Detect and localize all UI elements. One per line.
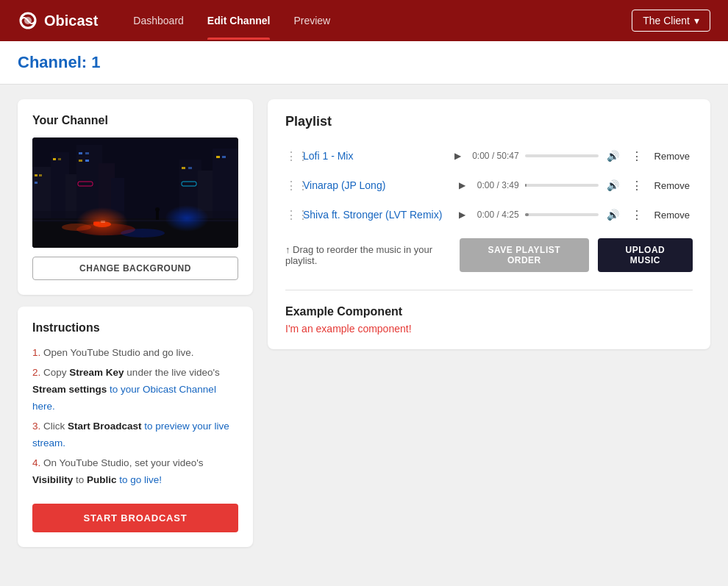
svg-rect-18 bbox=[85, 152, 89, 154]
svg-point-39 bbox=[155, 207, 160, 212]
drag-hint-text: ↑ Drag to reorder the music in your play… bbox=[285, 244, 460, 266]
example-component-text: I'm an example component! bbox=[285, 323, 693, 335]
svg-rect-23 bbox=[216, 156, 220, 158]
left-panel: Your Channel bbox=[18, 99, 253, 547]
playlist-item: ⋮⋮ Lofi 1 - Mix ▶ 0:00 / 50:47 🔊 ⋮ Remov… bbox=[285, 141, 693, 171]
volume-button[interactable]: 🔊 bbox=[604, 206, 622, 224]
svg-point-36 bbox=[76, 207, 128, 237]
upload-music-button[interactable]: UPLOAD MUSIC bbox=[598, 238, 693, 272]
nav-dashboard[interactable]: Dashboard bbox=[133, 1, 184, 40]
remove-button[interactable]: Remove bbox=[652, 151, 693, 162]
more-options-button[interactable]: ⋮ bbox=[628, 176, 646, 194]
playlist-footer: ↑ Drag to reorder the music in your play… bbox=[285, 232, 693, 275]
instruction-step-3: 3. Click Start Broadcast to preview your… bbox=[32, 418, 238, 452]
drag-handle-icon[interactable]: ⋮⋮ bbox=[285, 149, 297, 163]
playlist-item: ⋮⋮ Vinarap (JP Long) ▶ 0:00 / 3:49 🔊 ⋮ R… bbox=[285, 171, 693, 200]
nav-preview[interactable]: Preview bbox=[293, 1, 330, 40]
svg-rect-38 bbox=[156, 211, 159, 220]
your-channel-title: Your Channel bbox=[32, 114, 238, 127]
instructions-list: 1. Open YouTube Studio and go live. 2. C… bbox=[32, 345, 238, 489]
track-name: Lofi 1 - Mix bbox=[303, 150, 443, 162]
logo-icon bbox=[18, 10, 38, 31]
volume-button[interactable]: 🔊 bbox=[604, 176, 622, 194]
city-svg bbox=[32, 137, 238, 248]
page-title: Channel: 1 bbox=[18, 53, 710, 72]
progress-bar[interactable] bbox=[525, 154, 599, 157]
more-options-button[interactable]: ⋮ bbox=[628, 147, 646, 165]
save-playlist-order-button[interactable]: SAVE PLAYLIST ORDER bbox=[460, 238, 589, 272]
drag-handle-icon[interactable]: ⋮⋮ bbox=[285, 179, 297, 193]
playlist-item: ⋮⋮ Shiva ft. Stronger (LVT Remix) ▶ 0:00… bbox=[285, 200, 693, 229]
remove-button[interactable]: Remove bbox=[652, 180, 693, 191]
instructions-card: Instructions 1. Open YouTube Studio and … bbox=[18, 307, 253, 547]
play-button[interactable]: ▶ bbox=[454, 206, 471, 224]
instructions-title: Instructions bbox=[32, 321, 238, 335]
volume-button[interactable]: 🔊 bbox=[604, 147, 622, 165]
nav-edit-channel[interactable]: Edit Channel bbox=[207, 1, 271, 40]
svg-rect-21 bbox=[182, 167, 185, 169]
playlist-footer-buttons: SAVE PLAYLIST ORDER UPLOAD MUSIC bbox=[460, 238, 693, 272]
svg-point-28 bbox=[121, 229, 165, 237]
svg-rect-15 bbox=[53, 158, 56, 160]
time-display: 0:00 / 3:49 bbox=[477, 180, 519, 190]
svg-rect-14 bbox=[35, 182, 38, 184]
start-broadcast-button[interactable]: START BROADCAST bbox=[32, 504, 238, 532]
instruction-step-2: 2. Copy Stream Key under the live video'… bbox=[32, 365, 238, 415]
more-options-button[interactable]: ⋮ bbox=[628, 206, 646, 224]
track-name: Vinarap (JP Long) bbox=[303, 179, 448, 191]
instruction-step-4: 4. On YouTube Studio, set your video's V… bbox=[32, 455, 238, 489]
app-logo[interactable]: Obicast bbox=[18, 10, 98, 31]
channel-background-image bbox=[32, 137, 238, 248]
svg-rect-17 bbox=[79, 152, 82, 154]
instruction-step-1: 1. Open YouTube Studio and go live. bbox=[32, 345, 238, 362]
example-component-section: Example Component I'm an example compone… bbox=[268, 290, 710, 349]
play-button[interactable]: ▶ bbox=[454, 176, 471, 194]
svg-rect-19 bbox=[79, 160, 82, 162]
right-panel: Playlist ⋮⋮ Lofi 1 - Mix ▶ 0:00 / 50:47 … bbox=[268, 99, 710, 349]
svg-rect-13 bbox=[39, 174, 42, 176]
track-name: Shiva ft. Stronger (LVT Remix) bbox=[303, 209, 448, 221]
drag-handle-icon[interactable]: ⋮⋮ bbox=[285, 208, 297, 222]
change-background-button[interactable]: CHANGE BACKGROUND bbox=[32, 257, 238, 280]
example-component-title: Example Component bbox=[285, 305, 693, 318]
progress-bar[interactable] bbox=[525, 213, 599, 216]
svg-rect-20 bbox=[85, 160, 89, 162]
svg-rect-24 bbox=[222, 156, 226, 158]
svg-rect-12 bbox=[35, 174, 38, 176]
remove-button[interactable]: Remove bbox=[652, 210, 693, 221]
client-selector-label: The Client bbox=[643, 15, 690, 26]
your-channel-card: Your Channel bbox=[18, 99, 253, 295]
app-name: Obicast bbox=[44, 12, 98, 29]
playlist-section: Playlist ⋮⋮ Lofi 1 - Mix ▶ 0:00 / 50:47 … bbox=[268, 99, 710, 290]
page-header: Channel: 1 bbox=[0, 41, 728, 85]
time-display: 0:00 / 4:25 bbox=[477, 210, 519, 220]
svg-point-37 bbox=[165, 205, 209, 232]
svg-rect-16 bbox=[58, 158, 61, 160]
playlist-title: Playlist bbox=[285, 114, 693, 129]
chevron-down-icon: ▾ bbox=[694, 15, 699, 26]
time-display: 0:00 / 50:47 bbox=[472, 151, 518, 161]
progress-bar[interactable] bbox=[525, 184, 599, 187]
play-button[interactable]: ▶ bbox=[449, 147, 466, 165]
svg-rect-22 bbox=[188, 167, 192, 169]
client-selector-button[interactable]: The Client ▾ bbox=[632, 10, 710, 32]
